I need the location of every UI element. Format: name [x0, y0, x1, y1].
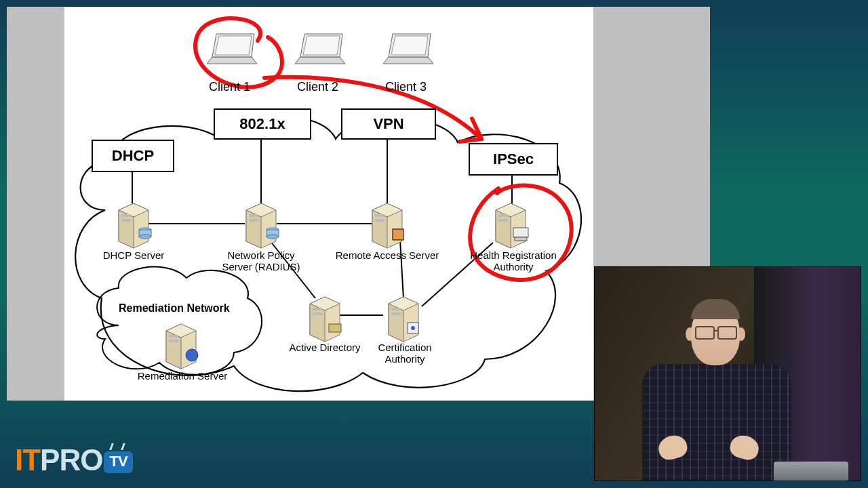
- lbl-dhcp-server: DHCP Server: [79, 249, 188, 261]
- client2-label: Client 2: [297, 80, 338, 94]
- logo-pro: PRO: [40, 443, 102, 476]
- svg-point-16: [186, 349, 198, 361]
- lbl-remediation-server: Remediation Server: [128, 370, 237, 382]
- video-frame: Client 1 Client 2 Client 3 DHCP 802.1x V…: [0, 0, 868, 488]
- lbl-hra: Health Registration Authority: [459, 249, 568, 273]
- box-dhcp: DHCP: [92, 140, 174, 172]
- client1-label: Client 1: [209, 80, 250, 94]
- svg-rect-10: [393, 229, 403, 240]
- presenter: [629, 291, 785, 481]
- lbl-nps: Network Policy Server (RADIUS): [207, 249, 315, 273]
- lbl-ca: Certification Authority: [351, 342, 459, 365]
- svg-line-7: [400, 240, 403, 298]
- logo-it: IT: [15, 443, 40, 476]
- svg-rect-12: [515, 237, 527, 241]
- presenter-laptop: [774, 462, 848, 481]
- logo-tv: TV: [104, 451, 132, 473]
- presenter-pip: [594, 266, 861, 481]
- client3-label: Client 3: [385, 80, 427, 94]
- laptop-icons: [207, 34, 433, 64]
- svg-point-15: [411, 326, 415, 330]
- remediation-title: Remediation Network: [119, 302, 230, 314]
- svg-rect-13: [329, 324, 341, 332]
- box-8021x: 802.1x: [214, 108, 311, 140]
- slide: Client 1 Client 2 Client 3 DHCP 802.1x V…: [64, 7, 593, 401]
- lbl-ras: Remote Access Server: [333, 249, 441, 261]
- svg-rect-11: [513, 228, 528, 237]
- box-ipsec: IPSec: [469, 143, 558, 176]
- itprotv-logo: ITPROTV: [15, 443, 133, 477]
- box-vpn: VPN: [341, 108, 436, 140]
